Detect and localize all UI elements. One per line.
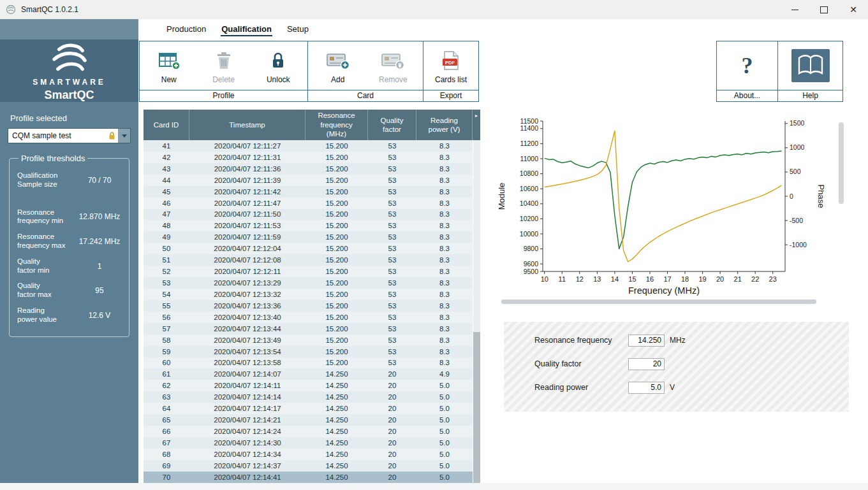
toolbar-group-profile: New Delete [139,41,308,102]
delete-button-label: Delete [212,75,235,84]
close-button[interactable]: ✕ [839,0,868,19]
profile-select[interactable]: CQM sample test [8,128,131,143]
header-options-icon[interactable]: ▸ [473,110,480,140]
table-row[interactable]: 482020/04/07 12:11:5315.200538.3 [143,220,473,231]
table-cell: 51 [143,254,189,266]
table-row[interactable]: 642020/04/07 12:14:1714.250205.0 [143,403,473,414]
chart-horizontal-scrollbar[interactable] [501,299,816,304]
table-row[interactable]: 612020/04/07 12:14:0714.250204.9 [143,368,473,380]
table-cell: 8.3 [416,300,473,312]
profile-select-dropdown-button[interactable] [118,129,130,143]
table-cell: 5.0 [416,449,473,460]
table-cell: 45 [143,186,189,198]
table-cell: 2020/04/07 12:14:14 [189,391,305,403]
table-cell: 8.3 [416,254,473,266]
table-row[interactable]: 442020/04/07 12:11:3915.200538.3 [143,175,473,186]
unlock-button[interactable]: Unlock [253,41,304,90]
table-cell: 14.250 [305,403,368,414]
sidebar-body: Profile selected CQM sample test Profile… [0,102,138,337]
svg-text:20: 20 [716,275,724,283]
table-cell: 48 [143,220,189,231]
chart: 9500960098001000010200104001060010800110… [496,113,827,305]
table-cell: 5.0 [416,414,473,426]
svg-text:0: 0 [790,192,793,200]
table-row[interactable]: 672020/04/07 12:14:3014.250205.0 [143,437,473,449]
table-row[interactable]: 682020/04/07 12:14:3414.250205.0 [143,449,473,460]
table-cell: 15.200 [305,243,368,254]
svg-text:15: 15 [628,275,636,283]
toolbar: New Delete [138,40,868,103]
table-row[interactable]: 632020/04/07 12:14:1414.250205.0 [143,391,473,403]
threshold-value: 17.242 MHz [75,237,124,246]
svg-text:11: 11 [559,275,566,283]
table-cell: 8.3 [416,175,473,186]
table-row[interactable]: 552020/04/07 12:13:3615.200538.3 [143,300,473,312]
table-row[interactable]: 502020/04/07 12:12:0415.200538.3 [143,243,473,254]
question-icon: ? [742,52,753,79]
table-row[interactable]: 532020/04/07 12:13:2915.200538.3 [143,277,473,289]
table-row[interactable]: 622020/04/07 12:14:1114.250205.0 [143,380,473,391]
table-row[interactable]: 512020/04/07 12:12:0815.200538.3 [143,254,473,266]
table-row[interactable]: 472020/04/07 12:11:5015.200538.3 [143,209,473,220]
threshold-value: 12.6 V [75,311,124,320]
table-cell: 5.0 [416,472,473,483]
table-row[interactable]: 542020/04/07 12:13:3215.200538.3 [143,289,473,300]
help-button[interactable]: Help [777,41,843,102]
table-row[interactable]: 452020/04/07 12:11:4215.200538.3 [143,186,473,198]
tab-qualification[interactable]: Qualification [221,23,272,36]
header-reading-power[interactable]: Reading power (V) [416,110,473,140]
table-row[interactable]: 412020/04/07 12:11:2715.200538.3 [143,140,473,152]
table-cell: 8.3 [416,323,473,335]
about-button-label: About... [717,90,777,101]
resonance-frequency-input[interactable] [628,335,665,347]
remove-card-button[interactable]: Remove [367,41,418,90]
table-row[interactable]: 422020/04/07 12:11:3115.200538.3 [143,152,473,163]
table-cell: 2020/04/07 12:11:36 [189,163,305,175]
table-scrollbar[interactable] [473,140,480,483]
table-row[interactable]: 602020/04/07 12:13:5815.200538.3 [143,357,473,369]
content: Production Qualification Setup [138,19,868,490]
table-row[interactable]: 662020/04/07 12:14:2414.250205.0 [143,426,473,437]
about-button[interactable]: ? About... [716,41,778,102]
tab-production[interactable]: Production [166,23,207,36]
table-row[interactable]: 652020/04/07 12:14:2114.250205.0 [143,414,473,426]
table-row[interactable]: 522020/04/07 12:12:1115.200538.3 [143,266,473,277]
table-cell: 15.200 [305,254,368,266]
new-button[interactable]: New [143,41,195,90]
quality-factor-input[interactable] [628,358,665,370]
table-cell: 14.250 [305,437,368,449]
maximize-button[interactable] [809,0,839,19]
sidebar-header: SMARTWARE SmartQC [0,40,138,102]
table-cell: 8.3 [416,346,473,357]
header-quality-factor[interactable]: Quality factor [368,110,416,140]
header-resonance-frequency[interactable]: Resonance frequency (MHz) [305,110,368,140]
add-card-button[interactable]: Add [313,41,364,90]
table-cell: 47 [143,209,189,220]
svg-text:12: 12 [576,275,584,283]
svg-text:10400: 10400 [520,199,538,207]
cards-list-button[interactable]: PDF Cards list [425,41,476,90]
toolbar-group-card: Add Remove C [307,41,423,102]
table-row[interactable]: 692020/04/07 12:14:3714.250205.0 [143,460,473,472]
table-cell: 59 [143,346,189,357]
table-row[interactable]: 582020/04/07 12:13:4915.200538.3 [143,335,473,346]
minimize-button[interactable] [780,0,809,19]
reading-power-input[interactable] [628,382,665,394]
tab-setup[interactable]: Setup [286,23,309,36]
table-row[interactable]: 572020/04/07 12:13:4415.200538.3 [143,323,473,335]
table-row[interactable]: 702020/04/07 12:14:4114.250205.0 [143,472,473,483]
maximize-icon [820,6,828,13]
table-row[interactable]: 592020/04/07 12:13:5415.200538.3 [143,346,473,357]
table-row[interactable]: 462020/04/07 12:11:4715.200538.3 [143,198,473,209]
header-card-id[interactable]: Card ID [143,110,189,140]
table-row[interactable]: 492020/04/07 12:11:5915.200538.3 [143,231,473,243]
table-cell: 15.200 [305,175,368,186]
table-row[interactable]: 562020/04/07 12:13:4015.200538.3 [143,312,473,323]
header-timestamp[interactable]: Timestamp [189,110,305,140]
delete-button[interactable]: Delete [198,41,249,90]
svg-text:1000: 1000 [790,143,805,151]
table-row[interactable]: 432020/04/07 12:11:3615.200538.3 [143,163,473,175]
chart-vertical-scrollbar[interactable] [839,122,844,204]
table-scrollbar-thumb[interactable] [473,332,480,483]
table-cell: 53 [368,152,416,163]
